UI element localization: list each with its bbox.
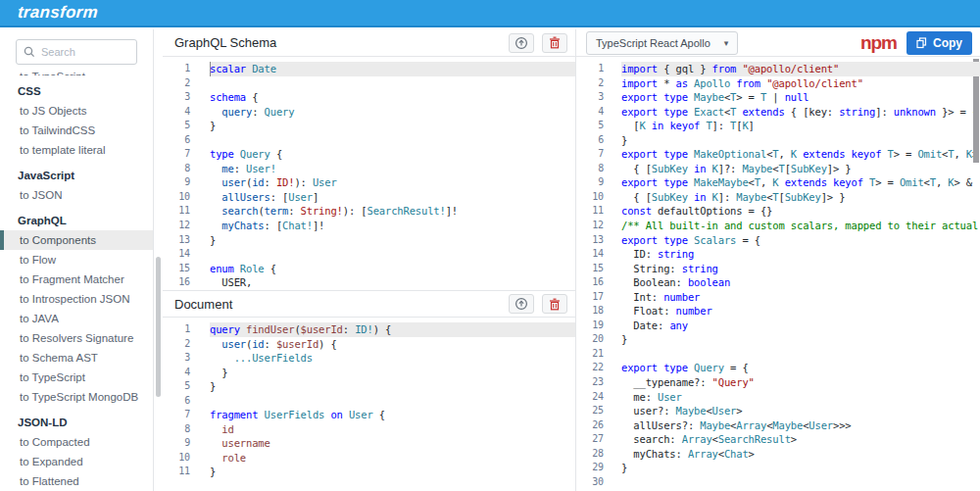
code-text: user?: Maybe<User>: [621, 404, 980, 418]
document-panel-title: Document: [163, 297, 509, 312]
line-number: 14: [576, 247, 610, 262]
code-line: 6}: [576, 133, 980, 148]
sidebar-item-to-flattened[interactable]: to Flattened: [0, 471, 153, 491]
code-text: import { gql } from "@apollo/client": [621, 62, 980, 76]
code-line: 3export type Maybe<T> = T | null: [576, 90, 980, 105]
code-text: username: [210, 436, 575, 451]
line-number: 16: [163, 275, 196, 290]
document-delete-button[interactable]: [542, 294, 567, 314]
code-text: query: Query: [210, 105, 575, 120]
sidebar-item-to-components[interactable]: to Components: [0, 230, 153, 250]
line-number: 11: [576, 204, 610, 219]
schema-upload-button[interactable]: [509, 33, 534, 53]
output-format-dropdown[interactable]: TypeScript React Apollo ▾: [586, 31, 738, 55]
code-text: me: User!: [210, 162, 575, 176]
line-number: 12: [576, 219, 610, 233]
npm-logo[interactable]: npm: [860, 32, 897, 54]
line-number: 3: [163, 90, 196, 105]
sidebar-item-to-tailwindcss[interactable]: to TailwindCSS: [0, 121, 153, 140]
sidebar-item-to-flow[interactable]: to Flow: [0, 250, 153, 270]
code-text: }: [210, 366, 575, 380]
code-line: 8 id: [163, 422, 575, 437]
sidebar-item-to-template-literal[interactable]: to template literal: [0, 140, 153, 160]
sidebar-item-to-introspection-json[interactable]: to Introspection JSON: [0, 289, 153, 309]
copy-button[interactable]: Copy: [906, 31, 972, 55]
code-line: 2import * as Apollo from "@apollo/client…: [576, 76, 980, 91]
code-line: 15enum Role {: [163, 262, 575, 276]
line-number: 10: [163, 451, 196, 466]
sidebar-section-title: GraphQL: [0, 205, 153, 230]
transform-logo[interactable]: transform: [0, 3, 99, 23]
sidebar-item-to-js-objects[interactable]: to JS Objects: [0, 101, 153, 121]
sidebar-item-to-resolvers-signature[interactable]: to Resolvers Signature: [0, 328, 153, 348]
document-upload-button[interactable]: [509, 294, 534, 314]
code-text: myChats: Array<Chat>: [621, 447, 980, 462]
code-text: ...UserFields: [210, 351, 575, 366]
code-text: /** All built-in and custom scalars, map…: [621, 219, 980, 233]
code-text: user(id: ID!): User: [210, 175, 575, 190]
code-line: 11}: [163, 465, 575, 479]
code-line: 9export type MakeMaybe<T, K extends keyo…: [576, 175, 980, 190]
code-line: 2 user(id: $userId) {: [163, 337, 575, 352]
line-number: 12: [163, 219, 196, 233]
code-line: 25 user?: Maybe<User>: [576, 404, 980, 418]
code-line: 4export type Exact<T extends { [key: str…: [576, 105, 980, 120]
code-text: String: string: [621, 262, 980, 276]
sidebar-item-clipped[interactable]: to TypeScript: [0, 69, 153, 75]
sidebar-section-title: JavaScript: [0, 160, 153, 185]
line-number: 25: [576, 404, 610, 418]
sidebar-item-to-typescript[interactable]: to TypeScript: [0, 368, 153, 387]
line-number: 7: [163, 408, 196, 422]
code-line: 30: [576, 475, 980, 490]
code-text: __typename?: "Query": [621, 375, 980, 390]
copy-button-label: Copy: [933, 36, 962, 50]
code-text: Boolean: boolean: [621, 275, 980, 290]
code-line: 8 { [SubKey in K]?: Maybe<T[SubKey]> }: [576, 162, 980, 176]
code-text: { [SubKey in K]: Maybe<T[SubKey]> }: [621, 190, 980, 205]
code-line: 14: [163, 247, 575, 262]
graphql-schema-editor[interactable]: 1scalar Date23schema {4 query: Query5}67…: [163, 57, 575, 290]
line-number: 13: [576, 233, 610, 248]
code-text: Date: any: [621, 319, 980, 333]
line-number: 4: [576, 105, 610, 120]
input-panels: GraphQL Schema 1scalar Date23schema {4: [163, 29, 576, 491]
code-line: 5}: [163, 379, 575, 394]
typescript-output-editor[interactable]: 1import { gql } from "@apollo/client"2im…: [576, 57, 980, 490]
sidebar-item-to-fragment-matcher[interactable]: to Fragment Matcher: [0, 270, 153, 289]
sidebar-item-to-typescript-mongodb[interactable]: to TypeScript MongoDB: [0, 387, 153, 407]
schema-delete-button[interactable]: [542, 33, 567, 53]
sidebar-section-title: JSON-LD: [0, 407, 153, 432]
sidebar-item-to-json[interactable]: to JSON: [0, 185, 153, 205]
code-text: me: User: [621, 390, 980, 405]
graphql-document-editor[interactable]: 1query findUser($userId: ID!) {2 user(id…: [163, 318, 575, 486]
code-text: Int: number: [621, 290, 980, 305]
code-text: id: [210, 422, 575, 437]
sidebar-item-to-schema-ast[interactable]: to Schema AST: [0, 348, 153, 368]
code-text: role: [210, 451, 575, 466]
copy-icon: [916, 37, 927, 49]
code-text: }: [210, 233, 575, 248]
line-number: 10: [163, 190, 196, 205]
sidebar-item-to-compacted[interactable]: to Compacted: [0, 432, 153, 452]
line-number: 29: [576, 461, 610, 475]
line-number: 1: [163, 62, 196, 76]
sidebar: to TypeScript CSSto JS Objectsto Tailwin…: [0, 29, 154, 491]
code-line: 28 myChats: Array<Chat>: [576, 447, 980, 462]
sidebar-item-to-java[interactable]: to JAVA: [0, 309, 153, 328]
line-number: 7: [163, 147, 196, 162]
line-number: 23: [576, 375, 610, 390]
code-text: ID: string: [621, 247, 980, 262]
code-text: export type MakeMaybe<T, K extends keyof…: [621, 175, 980, 190]
search-box[interactable]: [16, 39, 137, 65]
schema-panel-title: GraphQL Schema: [163, 35, 509, 50]
search-input[interactable]: [41, 46, 125, 58]
sidebar-nav: CSSto JS Objectsto TailwindCSSto templat…: [0, 75, 153, 491]
line-number: 16: [576, 275, 610, 290]
sidebar-scrollbar-thumb[interactable]: [156, 257, 161, 397]
chevron-down-icon: ▾: [724, 38, 729, 48]
sidebar-item-to-expanded[interactable]: to Expanded: [0, 452, 153, 471]
code-text: query findUser($userId: ID!) {: [210, 322, 575, 337]
code-text: search: Array<SearchResult>: [621, 432, 980, 447]
code-line: 11 search(term: String!): [SearchResult!…: [163, 204, 575, 219]
code-line: 3schema {: [163, 90, 575, 105]
